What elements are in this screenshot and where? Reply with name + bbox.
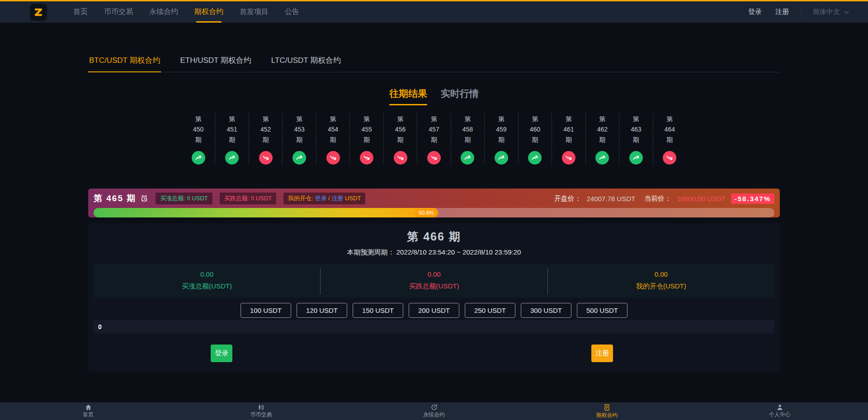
my-position-stat: 0.00 我的开仓(USDT) (547, 268, 774, 294)
amount-option-button[interactable]: 500 USDT (577, 303, 627, 318)
price-info: 开盘价： 24007.78 USDT 当前价： 10000.00 USDT -5… (554, 193, 774, 204)
trend-up-icon (531, 154, 538, 161)
nav-item-options[interactable]: 期权合约 (194, 1, 223, 23)
nav-item-announcements[interactable]: 公告 (285, 1, 299, 23)
next-period-title: 第 466 期 (94, 229, 774, 244)
progress-fill: 50.6% (94, 208, 438, 217)
bet-amount-input[interactable] (94, 320, 774, 333)
chevron-down-icon (844, 10, 849, 14)
tab-ltc-usdt[interactable]: LTC/USDT 期权合约 (270, 54, 342, 72)
nav-item-perpetual[interactable]: 永续合约 (149, 1, 178, 23)
cycle-value: 2022/8/10 23:54:20 ~ 2022/8/10 23:59:20 (396, 248, 521, 256)
period-history-item: 第 455 期 (349, 113, 383, 165)
amount-option-button[interactable]: 200 USDT (409, 303, 459, 318)
trend-down-icon (330, 154, 337, 161)
section-tabs: 往期结果 实时行情 (88, 87, 780, 105)
current-price-label: 当前价： (644, 194, 671, 203)
logo-z-icon (33, 6, 44, 18)
register-link[interactable]: 注册 (775, 8, 789, 16)
brand-logo[interactable] (30, 4, 47, 21)
period-history-item: 第 461 期 (552, 113, 585, 165)
position-login-link[interactable]: 登录 (315, 195, 326, 202)
amount-option-button[interactable]: 150 USDT (353, 303, 403, 318)
bottom-tab-bar: 首页 币币交易 永续合约 期权合约 (0, 402, 868, 420)
buy-down-total-badge: 买跌总额: 0 USDT (220, 193, 276, 204)
pair-tabs: BTC/USDT 期权合约 ETH/USDT 期权合约 LTC/USDT 期权合… (88, 54, 780, 72)
buy-up-total-stat: 0.00 买涨总额(USDT) (94, 268, 320, 294)
period-history: 第 450 期 第 451 期 第 452 期 (182, 113, 686, 165)
footer-item-options[interactable]: 期权合约 (596, 404, 618, 418)
period-history-item: 第 459 期 (484, 113, 518, 165)
live-market-label: 实时行情 (441, 88, 479, 99)
period-history-item: 第 464 期 (653, 113, 686, 165)
tab-eth-usdt[interactable]: ETH/USDT 期权合约 (179, 54, 252, 72)
period-history-item: 第 451 期 (215, 113, 248, 165)
login-link[interactable]: 登录 (748, 8, 762, 16)
period-history-item: 第 463 期 (619, 113, 652, 165)
position-register-link[interactable]: 注册 (331, 195, 343, 202)
main-menu: 首页 币币交易 永续合约 期权合约 首发项目 公告 (73, 1, 299, 23)
progress-percent-label: 50.6% (415, 209, 438, 217)
period-history-item: 第 457 期 (417, 113, 450, 165)
amount-option-button[interactable]: 250 USDT (465, 303, 515, 318)
period-history-item: 第 454 期 (316, 113, 349, 165)
tab-btc-usdt[interactable]: BTC/USDT 期权合约 (88, 54, 161, 72)
login-button[interactable]: 登录 (211, 344, 232, 362)
period-history-item: 第 450 期 (182, 113, 215, 165)
progress-track: 50.6% (94, 208, 774, 217)
trend-up-icon (498, 154, 505, 161)
period-history-item: 第 453 期 (282, 113, 316, 165)
trend-down-icon (262, 154, 269, 161)
open-price-label: 开盘价： (554, 194, 581, 203)
tab-past-results[interactable]: 往期结果 (389, 87, 427, 105)
open-price-value: 24007.78 USDT (587, 195, 636, 203)
register-button[interactable]: 注册 (591, 344, 613, 362)
nav-item-spot[interactable]: 币币交易 (104, 1, 133, 23)
nav-right: 登录 注册 简体中文 (748, 6, 849, 19)
amount-option-button[interactable]: 100 USDT (241, 303, 291, 318)
period-history-item: 第 456 期 (383, 113, 417, 165)
footer-item-spot[interactable]: 币币交易 (250, 404, 272, 418)
trend-up-icon (632, 154, 640, 161)
trend-down-icon (397, 154, 404, 161)
trend-up-icon (464, 154, 471, 161)
footer-item-profile[interactable]: 个人中心 (769, 404, 791, 418)
current-price-value: 10000.00 USDT (677, 195, 726, 203)
period-history-item: 第 452 期 (249, 113, 282, 165)
change-percent-badge: -58.347% (731, 193, 774, 204)
home-icon (85, 404, 92, 411)
perpetual-swap-icon (430, 404, 438, 411)
my-position-badge: 我的开仓: 登录 / 注册 USDT (283, 193, 365, 204)
period-history-item: 第 460 期 (518, 113, 552, 165)
receipt-icon (604, 404, 610, 411)
tab-live-market[interactable]: 实时行情 (441, 87, 479, 100)
prediction-cycle: 本期预测周期： 2022/8/10 23:54:20 ~ 2022/8/10 2… (94, 248, 774, 257)
trend-down-icon (666, 154, 673, 161)
footer-item-perpetual[interactable]: 永续合约 (423, 404, 445, 418)
amount-options: 100 USDT 120 USDT 150 USDT 200 USDT 250 … (94, 303, 774, 318)
current-period-title: 第 465 期 (94, 193, 148, 204)
current-period-banner: 第 465 期 买涨总额: 0 USDT 买跌总额: 0 USDT 我的开仓: … (88, 189, 780, 217)
nav-divider (801, 6, 801, 19)
trend-down-icon (565, 154, 572, 161)
next-period-panel: 第 466 期 本期预测周期： 2022/8/10 23:54:20 ~ 202… (88, 223, 780, 372)
trend-up-icon (195, 154, 202, 161)
cycle-label: 本期预测周期： (347, 248, 395, 256)
period-history-item: 第 462 期 (585, 113, 619, 165)
candlestick-icon (257, 404, 265, 411)
buy-down-total-stat: 0.00 买跌总额(USDT) (320, 268, 547, 294)
buy-up-total-badge: 买涨总额: 0 USDT (156, 193, 212, 204)
totals-row: 0.00 买涨总额(USDT) 0.00 买跌总额(USDT) 0.00 我的开… (94, 264, 774, 298)
trend-up-icon (599, 154, 606, 161)
trend-down-icon (430, 154, 438, 161)
language-selector[interactable]: 简体中文 (813, 8, 849, 16)
footer-item-home[interactable]: 首页 (83, 404, 94, 418)
amount-option-button[interactable]: 300 USDT (521, 303, 571, 318)
language-label: 简体中文 (813, 8, 840, 16)
nav-item-home[interactable]: 首页 (73, 1, 88, 23)
amount-option-button[interactable]: 120 USDT (297, 303, 347, 318)
user-icon (776, 404, 783, 411)
nav-item-launchpad[interactable]: 首发项目 (240, 1, 269, 23)
trend-up-icon (296, 154, 303, 161)
alarm-clock-icon (140, 194, 148, 203)
